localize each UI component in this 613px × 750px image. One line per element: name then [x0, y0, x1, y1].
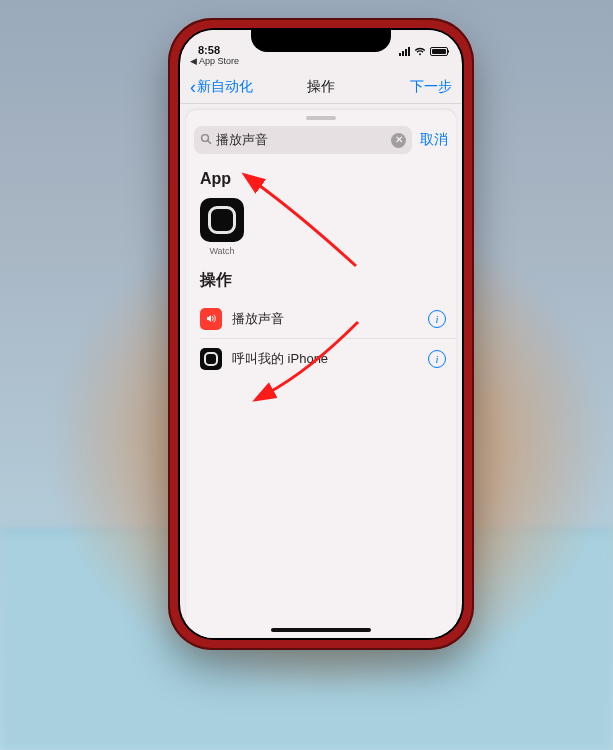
action-play-sound[interactable]: 播放声音 i [200, 299, 456, 339]
speaker-icon [200, 308, 222, 330]
watch-app-icon [200, 198, 244, 242]
search-field[interactable]: 播放声音 ✕ [194, 126, 412, 154]
search-value: 播放声音 [216, 131, 387, 149]
screen: 8:58 ◀ App Store ‹ 新自动化 [180, 30, 462, 638]
sheet-grabber[interactable] [306, 116, 336, 120]
nav-title: 操作 [307, 78, 335, 96]
app-watch[interactable]: Watch [200, 198, 244, 256]
section-actions-title: 操作 [186, 262, 456, 299]
info-icon[interactable]: i [428, 350, 446, 368]
svg-line-1 [208, 140, 211, 143]
home-indicator[interactable] [271, 628, 371, 632]
next-button[interactable]: 下一步 [410, 78, 452, 96]
actions-sheet: 播放声音 ✕ 取消 App Watch 操作 [186, 110, 456, 638]
notch [251, 28, 391, 52]
back-button[interactable]: ‹ 新自动化 [190, 78, 253, 96]
battery-icon [430, 47, 448, 56]
clear-icon[interactable]: ✕ [391, 133, 406, 148]
breadcrumb[interactable]: ◀ App Store [180, 56, 462, 70]
section-apps-title: App [186, 162, 456, 196]
info-icon[interactable]: i [428, 310, 446, 328]
phone-frame: 8:58 ◀ App Store ‹ 新自动化 [168, 18, 474, 650]
action-ping-iphone[interactable]: 呼叫我的 iPhone i [200, 339, 456, 379]
watch-icon [200, 348, 222, 370]
wifi-icon [414, 47, 426, 56]
search-icon [200, 133, 212, 148]
cellular-icon [399, 47, 410, 56]
chevron-left-icon: ‹ [190, 78, 196, 96]
status-time: 8:58 [198, 44, 220, 56]
cancel-button[interactable]: 取消 [420, 131, 448, 149]
nav-bar: ‹ 新自动化 操作 下一步 [180, 70, 462, 104]
chevron-left-icon: ◀ [190, 56, 197, 66]
app-label: Watch [209, 246, 234, 256]
